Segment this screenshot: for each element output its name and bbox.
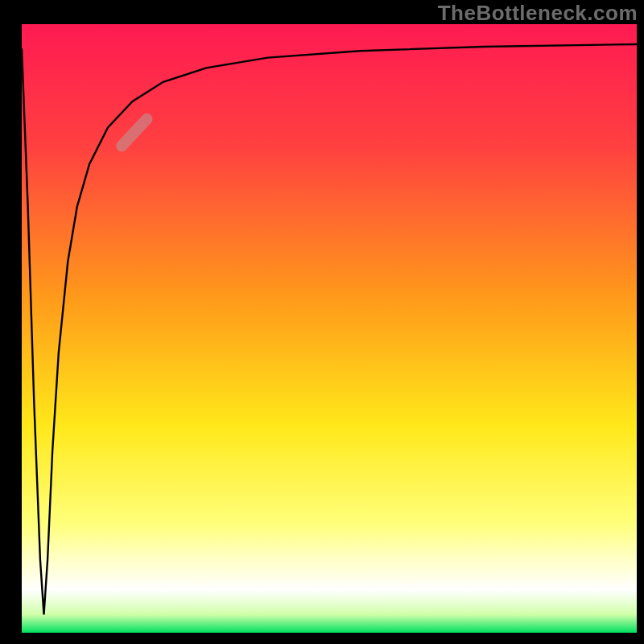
bottleneck-chart: [0, 0, 644, 644]
plot-background: [22, 24, 637, 633]
chart-container: TheBottleneck.com: [0, 0, 644, 644]
